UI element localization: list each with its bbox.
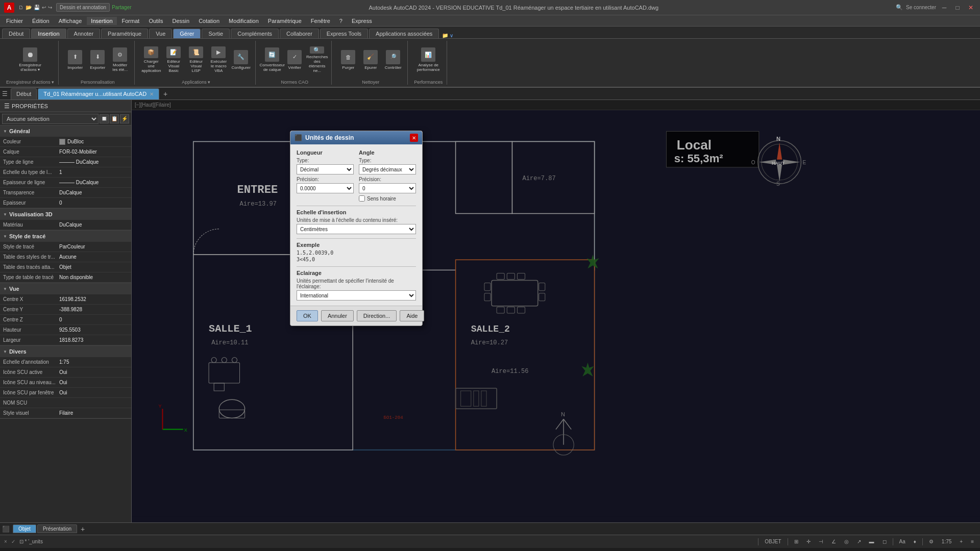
menu-cotation[interactable]: Cotation: [194, 17, 224, 25]
layout-tab-presentation[interactable]: Présentation: [37, 524, 77, 533]
prop-val-calque[interactable]: FOR-02-Mobilier: [59, 149, 128, 155]
menu-fichier[interactable]: Fichier: [2, 17, 27, 25]
prop-val-echelle-type[interactable]: 1: [59, 169, 128, 175]
prop-val-type-ligne[interactable]: ——— DuCalque: [59, 159, 128, 165]
menu-fenetre[interactable]: Fenêtre: [307, 17, 334, 25]
dialog-close-button[interactable]: ✕: [410, 134, 418, 142]
ribbon-btn-configure[interactable]: 🔧 Configurer: [231, 46, 251, 73]
status-workspace[interactable]: ⚙: [927, 539, 936, 544]
prop-val-transparence[interactable]: DuCalque: [59, 190, 128, 195]
menu-outils[interactable]: Outils: [144, 17, 167, 25]
ribbon-btn-app-load[interactable]: 📦 Chargerune application: [141, 46, 161, 73]
menu-express[interactable]: Express: [348, 17, 376, 25]
prop-val-icone-scu[interactable]: Oui: [59, 369, 128, 375]
section-header-vis3d[interactable]: ▼ Visualisation 3D: [0, 209, 131, 220]
section-header-general[interactable]: ▼ Général: [0, 126, 131, 137]
prop-val-largeur[interactable]: 1818.8273: [59, 337, 128, 343]
layout-add-btn[interactable]: +: [78, 524, 87, 534]
share-btn[interactable]: Partager: [112, 5, 131, 10]
section-header-trace[interactable]: ▼ Style de tracé: [0, 231, 131, 242]
select-eclairage[interactable]: International Américain: [297, 290, 416, 300]
dialog-btn-direction[interactable]: Direction...: [357, 310, 397, 321]
tab-parametrique[interactable]: Paramétrique: [101, 29, 148, 38]
status-osnap[interactable]: ◎: [842, 539, 851, 544]
props-menu-icon[interactable]: ☰: [4, 103, 10, 110]
selection-btn-1[interactable]: 🔲: [100, 114, 109, 123]
ribbon-btn-controle[interactable]: 🔎 Contrôler: [383, 46, 403, 73]
status-dyn[interactable]: ↗: [855, 539, 863, 544]
layout-tab-objet[interactable]: Objet: [13, 524, 36, 533]
search-icon[interactable]: 🔍: [896, 4, 903, 11]
signin-btn[interactable]: Se connecter: [906, 5, 936, 10]
menu-format[interactable]: Format: [118, 17, 144, 25]
checkbox-sens-horaire[interactable]: [359, 195, 365, 202]
prop-val-centre-x[interactable]: 16198.2532: [59, 296, 128, 302]
prop-val-epaisseur-ligne[interactable]: ——— DuCalque: [59, 180, 128, 185]
command-input[interactable]: ⊡ * '_units: [19, 539, 754, 544]
doc-tab-main-close[interactable]: ✕: [150, 91, 154, 97]
status-add[interactable]: +: [958, 539, 965, 544]
menu-modification[interactable]: Modification: [225, 17, 263, 25]
prop-val-centre-y[interactable]: -388.9828: [59, 307, 128, 312]
prop-val-icone-scu-niv[interactable]: Oui: [59, 380, 128, 385]
select-type-angle[interactable]: Degrés décimaux Grades Radians: [359, 164, 416, 174]
prop-val-centre-z[interactable]: 0: [59, 317, 128, 322]
ribbon-btn-purger[interactable]: 🗑 Purger: [338, 46, 358, 73]
prop-val-epaisseur[interactable]: 0: [59, 200, 128, 206]
window-minimize[interactable]: ─: [939, 3, 949, 13]
ribbon-btn-visual-basic[interactable]: 📝 Editeur Visual Basic: [163, 46, 184, 73]
tab-apps[interactable]: Applications associées: [369, 29, 439, 38]
status-settings[interactable]: ≡: [969, 539, 976, 544]
section-header-divers[interactable]: ▼ Divers: [0, 346, 131, 357]
ribbon-btn-analyse[interactable]: 📊 Analyse de performance: [418, 46, 438, 73]
window-close[interactable]: ✕: [966, 3, 976, 13]
status-model[interactable]: OBJET: [763, 539, 783, 544]
doc-tab-main[interactable]: Td_01 Réaménager u...utilisant AutoCAD ✕: [38, 88, 159, 99]
status-polar[interactable]: ∠: [829, 539, 838, 544]
toolbar-icon-new[interactable]: 🗋: [18, 5, 23, 10]
layout-model-icon[interactable]: ⬛: [2, 525, 10, 533]
select-type-longueur[interactable]: Décimal Architectural Ingénieur: [297, 164, 354, 174]
dialog-btn-annuler[interactable]: Annuler: [321, 310, 354, 321]
status-annotscale[interactable]: Aa: [897, 539, 908, 544]
prop-val-icone-scu-fen[interactable]: Oui: [59, 390, 128, 395]
ribbon-btn-macro[interactable]: ▶ Exécuter le macro VBA: [208, 46, 229, 73]
prop-val-style-trace[interactable]: ParCouleur: [59, 244, 128, 249]
toolbar-icon-save[interactable]: 💾: [34, 5, 40, 10]
ribbon-btn-epurer[interactable]: 🧹 Epurer: [360, 46, 381, 73]
menu-help[interactable]: ?: [335, 17, 347, 25]
status-ortho[interactable]: ⊣: [817, 539, 825, 544]
doc-tab-debut[interactable]: Début: [11, 88, 37, 99]
status-snap[interactable]: ✛: [804, 539, 813, 544]
drawing-area[interactable]: [−][Haut][Filaire] ENTREE Aire=13.97 SAL…: [132, 100, 980, 522]
tab-vue[interactable]: Vue: [149, 29, 172, 38]
prop-val-hauteur[interactable]: 925.5503: [59, 327, 128, 333]
tab-menu-icon[interactable]: ☰: [2, 90, 8, 97]
selection-btn-2[interactable]: 📋: [110, 114, 119, 123]
status-lineweight[interactable]: ▬: [867, 539, 876, 544]
menu-affichage[interactable]: Affichage: [55, 17, 86, 25]
tab-insertion[interactable]: Insertion: [31, 29, 66, 38]
ribbon-btn-recherche[interactable]: 🔍 Recherches des éléments ne...: [307, 46, 327, 73]
toolbar-icon-redo[interactable]: ↪: [48, 5, 52, 10]
selection-btn-3[interactable]: ⚡: [120, 114, 129, 123]
toolbar-icon-undo[interactable]: ↩: [42, 5, 46, 10]
tab-annoter[interactable]: Annoter: [67, 29, 101, 38]
menu-parametrique[interactable]: Paramétrique: [264, 17, 306, 25]
tab-sortie[interactable]: Sortie: [202, 29, 230, 38]
prop-val-table-styles[interactable]: Aucune: [59, 254, 128, 260]
ribbon-btn-verifier[interactable]: ✓ Vérifier: [284, 46, 305, 73]
menu-edition[interactable]: Édition: [28, 17, 54, 25]
prop-val-style-visuel[interactable]: Filaire: [59, 410, 128, 416]
dialog-btn-aide[interactable]: Aide: [400, 310, 424, 321]
tab-debut[interactable]: Début: [2, 29, 30, 38]
tab-collaborer[interactable]: Collaborer: [280, 29, 319, 38]
ribbon-btn-convertir[interactable]: 🔄 Convertisseur de calque: [262, 46, 282, 73]
ribbon-dropdown[interactable]: Dessin et annotation: [56, 3, 110, 12]
section-header-vue[interactable]: ▼ Vue: [0, 283, 131, 294]
status-grid[interactable]: ⊞: [792, 539, 800, 544]
status-annotvis[interactable]: ♦: [912, 539, 918, 544]
menu-insertion[interactable]: Insertion: [87, 17, 116, 25]
prop-val-couleur[interactable]: DuBloc: [67, 139, 128, 144]
status-scale-display[interactable]: 1:75: [940, 539, 953, 544]
